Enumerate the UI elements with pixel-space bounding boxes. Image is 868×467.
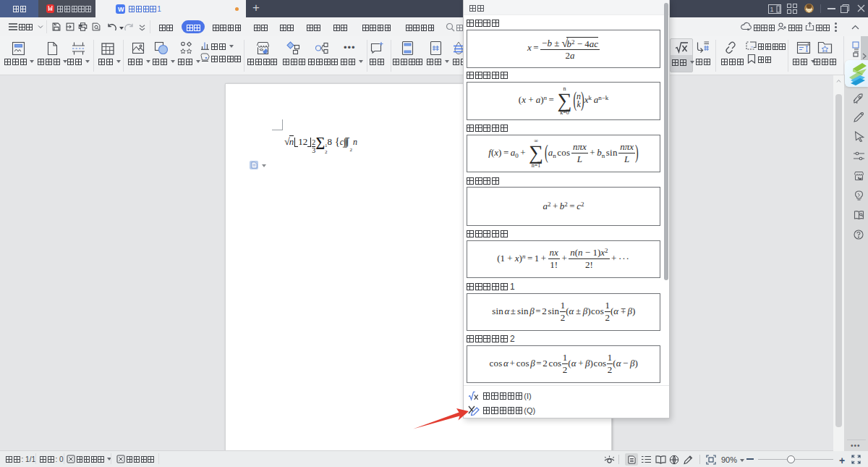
svg-text:1: 1 [770,6,773,13]
svg-text:,,: ,, [751,43,754,48]
